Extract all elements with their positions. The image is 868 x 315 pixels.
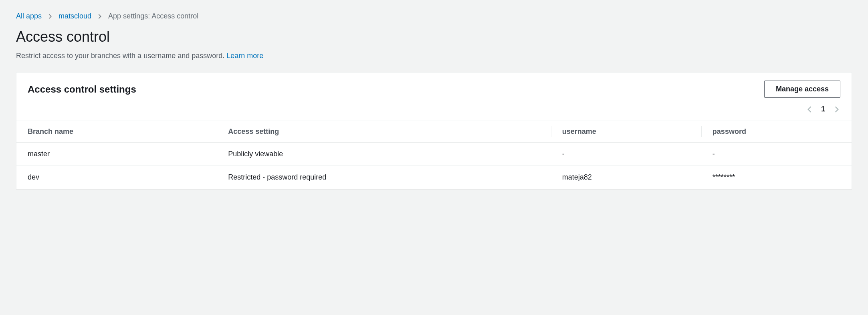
col-header-access[interactable]: Access setting bbox=[217, 121, 551, 143]
manage-access-button[interactable]: Manage access bbox=[764, 81, 840, 98]
breadcrumb-current: App settings: Access control bbox=[108, 12, 198, 20]
cell-username: mateja82 bbox=[551, 166, 701, 189]
table-row: master Publicly viewable - - bbox=[16, 143, 852, 166]
cell-password: ******** bbox=[701, 166, 852, 189]
breadcrumb-root-link[interactable]: All apps bbox=[16, 12, 42, 20]
breadcrumb-app-link[interactable]: matscloud bbox=[59, 12, 91, 20]
pagination-page-number: 1 bbox=[821, 105, 825, 113]
chevron-right-icon bbox=[97, 14, 103, 19]
breadcrumb: All apps matscloud App settings: Access … bbox=[16, 12, 852, 20]
cell-branch: dev bbox=[16, 166, 217, 189]
access-table: Branch name Access setting username pass… bbox=[16, 121, 852, 189]
col-header-username[interactable]: username bbox=[551, 121, 701, 143]
table-row: dev Restricted - password required matej… bbox=[16, 166, 852, 189]
access-control-panel: Access control settings Manage access 1 … bbox=[16, 72, 852, 189]
pagination-next-icon[interactable] bbox=[833, 106, 840, 113]
cell-access: Publicly viewable bbox=[217, 143, 551, 166]
cell-password: - bbox=[701, 143, 852, 166]
col-header-password[interactable]: password bbox=[701, 121, 852, 143]
chevron-right-icon bbox=[47, 14, 53, 19]
panel-title: Access control settings bbox=[28, 84, 136, 95]
page-subtitle: Restrict access to your branches with a … bbox=[16, 52, 852, 60]
col-header-branch[interactable]: Branch name bbox=[16, 121, 217, 143]
learn-more-link[interactable]: Learn more bbox=[226, 52, 263, 60]
pagination: 1 bbox=[16, 102, 852, 121]
page-title: Access control bbox=[16, 28, 852, 45]
panel-header: Access control settings Manage access bbox=[16, 73, 852, 102]
pagination-prev-icon[interactable] bbox=[806, 106, 813, 113]
subtitle-text: Restrict access to your branches with a … bbox=[16, 52, 226, 60]
cell-username: - bbox=[551, 143, 701, 166]
cell-access: Restricted - password required bbox=[217, 166, 551, 189]
cell-branch: master bbox=[16, 143, 217, 166]
